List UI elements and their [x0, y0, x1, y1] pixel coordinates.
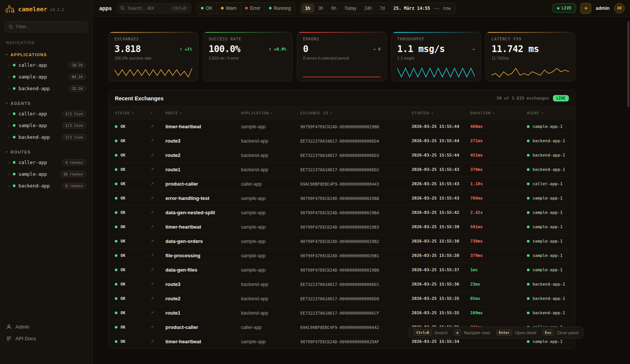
exchange-row[interactable]: OK↗route3backend-appEE7322370A10617-0000… [109, 134, 575, 148]
avatar[interactable]: AD [614, 3, 625, 14]
route-cell: data-gen-files [165, 267, 241, 273]
column-header-trace[interactable]: ⇅ [150, 111, 165, 115]
status-dot-icon [527, 140, 530, 142]
trace-link-icon[interactable]: ↗ [150, 153, 165, 158]
sidebar-filter[interactable] [5, 21, 88, 32]
sidebar-item-badge: 1/1 live [62, 122, 86, 129]
column-header-duration[interactable]: DURATION⇅ [470, 111, 527, 115]
column-header-status[interactable]: STATUS⇅ [115, 111, 150, 115]
trace-link-icon[interactable]: ↗ [150, 224, 165, 229]
now-label[interactable]: now [441, 6, 455, 11]
sidebar-item-agents-backend-app[interactable]: ›backend-app1/1 live [3, 131, 89, 143]
status-label: OK [120, 296, 125, 301]
column-header-route[interactable]: ROUTE⇅ [165, 111, 241, 115]
status-dot-icon [527, 125, 530, 128]
trace-link-icon[interactable]: ↗ [150, 210, 165, 215]
filter-chip-running[interactable]: Running [264, 3, 295, 14]
time-range-1h[interactable]: 1h [301, 4, 314, 13]
started-cell: 2026-03-25 15:55:39 [412, 224, 470, 229]
trace-link-icon[interactable]: ↗ [150, 196, 165, 201]
filter-input[interactable] [16, 24, 83, 29]
trace-link-icon[interactable]: ↗ [150, 239, 165, 244]
sidebar-item-routes-sample-app[interactable]: ›sample-app16 routes [3, 168, 89, 180]
sidebar-section-title[interactable]: ▾ROUTES [3, 147, 89, 157]
column-header-exchange-id[interactable]: EXCHANGE ID⇅ [300, 111, 412, 115]
exchange-row[interactable]: OK↗timer-heartbeatsample-app90799F47E6CD… [109, 119, 575, 134]
exchange-row[interactable]: OK↗error-handling-testsample-app90799F47… [109, 191, 575, 205]
status-dot-icon [527, 168, 530, 171]
global-search[interactable]: Ctrl+K [117, 3, 191, 14]
trace-link-icon[interactable]: ↗ [150, 124, 165, 129]
sidebar-section-title[interactable]: ▾APPLICATIONS [3, 50, 89, 59]
sidebar-item-applications-sample-app[interactable]: ›sample-app84.1k [3, 71, 89, 83]
sidebar-item-routes-caller-app[interactable]: ›caller-app4 routes [3, 157, 89, 168]
theme-toggle-button[interactable]: ☀ [581, 3, 591, 14]
exchange-row[interactable]: OK↗timer-heartbeatsample-app90799F47E6CD… [109, 220, 575, 234]
exchange-row[interactable]: OK↗data-gen-filessample-app90799F47E6CD2… [109, 263, 575, 277]
sidebar-section-title[interactable]: ▾AGENTS [3, 99, 89, 108]
sidebar-item-agents-sample-app[interactable]: ›sample-app1/1 live [3, 120, 89, 131]
time-range-today[interactable]: Today [340, 4, 360, 13]
trace-link-icon[interactable]: ↗ [150, 267, 165, 272]
route-cell: timer-heartbeat [165, 124, 241, 129]
stat-sub: 0 errors in selected period [303, 56, 381, 60]
search-input[interactable] [128, 6, 168, 11]
brand-name: cameleer [18, 6, 47, 13]
status-cell: OK [115, 138, 150, 143]
trace-link-icon[interactable]: ↗ [150, 138, 165, 143]
sidebar-item-applications-caller-app[interactable]: ›caller-app10.7k [3, 59, 89, 71]
time-range-6h[interactable]: 6h [327, 4, 340, 13]
exchange-row[interactable]: OK↗route1backend-appEE7322370A10617-0000… [109, 162, 575, 177]
trace-link-icon[interactable]: ↗ [150, 339, 165, 344]
sidebar-item-badge: 16 routes [60, 171, 86, 177]
sidebar-item-applications-backend-app[interactable]: ›backend-app32.2k [3, 83, 89, 94]
status-dot-icon [13, 75, 15, 78]
exchange-row[interactable]: OK↗route3backend-appEE7322370A10617-0000… [109, 277, 575, 291]
exchange-row[interactable]: OK↗data-gen-orderssample-app90799F47E6CD… [109, 234, 575, 248]
sort-icon: ⇅ [493, 111, 495, 115]
time-range-24h[interactable]: 24h [360, 4, 375, 13]
column-header-agent[interactable]: AGENT⇅ [527, 111, 569, 115]
time-range-7d[interactable]: 7d [376, 4, 388, 13]
exchange-id-cell: EE7322370A10617-00000000000006D1 [300, 282, 412, 287]
exchange-row[interactable]: OK↗route2backend-appEE7322370A10617-0000… [109, 291, 575, 306]
exchange-row[interactable]: OK↗product-callercaller-app69AC90BF8EBC4… [109, 177, 575, 191]
stat-delta: ↑ +1% [179, 47, 192, 52]
agent-label: backend-app-1 [533, 310, 565, 315]
trace-link-icon[interactable]: ↗ [150, 167, 165, 172]
app-logo[interactable]: cameleer v3.2.1 [0, 0, 92, 18]
application-cell: sample-app [241, 224, 300, 230]
exchange-row[interactable]: OK↗route1backend-appEE7322370A10617-0000… [109, 306, 575, 320]
trace-link-icon[interactable]: ↗ [150, 296, 165, 301]
status-dot-icon [269, 7, 272, 9]
trace-link-icon[interactable]: ↗ [150, 325, 165, 330]
live-label: LIVE [562, 6, 572, 11]
trace-link-icon[interactable]: ↗ [150, 253, 165, 258]
time-range-3h[interactable]: 3h [315, 4, 327, 13]
scrollbar-thumb[interactable] [627, 21, 629, 107]
datetime-label[interactable]: 25. März 14:55 [389, 6, 432, 11]
sidebar-item-label: caller-app [19, 111, 47, 117]
filter-chip-warn[interactable]: Warn [216, 3, 241, 14]
filter-chip-error[interactable]: Error [241, 3, 264, 14]
trace-link-icon[interactable]: ↗ [150, 310, 165, 315]
exchange-row[interactable]: OK↗data-gen-nested-splitsample-app90799F… [109, 205, 575, 220]
column-header-started[interactable]: STARTED⇅ [412, 111, 470, 115]
column-header-application[interactable]: APPLICATION⇅ [241, 111, 300, 115]
status-label: OK [120, 153, 125, 158]
filter-chip-label: Error [250, 6, 260, 11]
exchange-row[interactable]: OK↗file-processingsample-app90799F47E6CD… [109, 248, 575, 263]
trace-link-icon[interactable]: ↗ [150, 282, 165, 287]
footer-item-api-docs[interactable]: API Docs [6, 336, 86, 341]
keyboard-hint: EnterOpen detail [496, 329, 536, 336]
sidebar-item-label: backend-app [19, 134, 50, 140]
exchange-row[interactable]: OK↗route2backend-appEE7322370A10617-0000… [109, 148, 575, 162]
sidebar-item-routes-backend-app[interactable]: ›backend-app6 routes [3, 180, 89, 192]
stat-card-errors: ERRORS0→ 00 errors in selected period [297, 32, 387, 81]
trace-link-icon[interactable]: ↗ [150, 181, 165, 186]
live-indicator[interactable]: LIVE [553, 3, 576, 13]
sidebar-item-agents-caller-app[interactable]: ›caller-app1/1 live [3, 108, 89, 120]
filter-chip-ok[interactable]: OK [197, 3, 216, 14]
footer-item-admin[interactable]: Admin [6, 324, 86, 330]
stat-card-throughput: THROUGHPUT1.1 msg/s→1.1 msg/s [391, 32, 481, 81]
